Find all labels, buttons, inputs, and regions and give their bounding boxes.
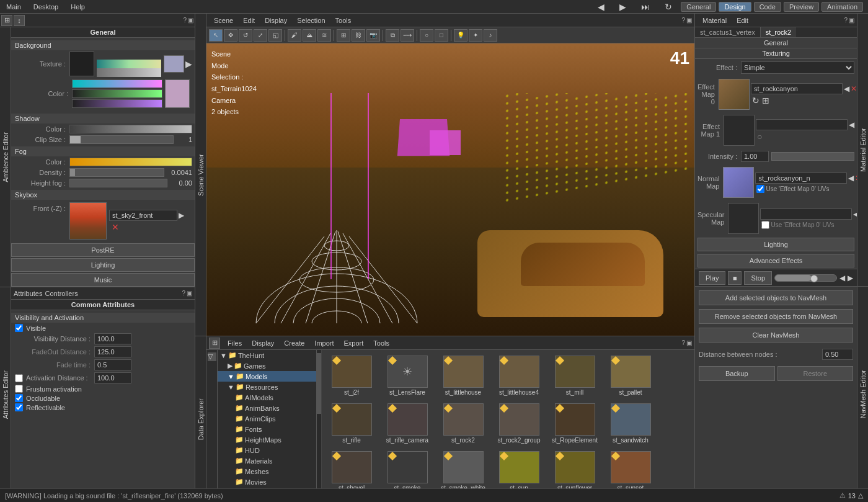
texture-expand[interactable]: ▶ [185,59,192,69]
visible-cb-row[interactable]: Visible [15,324,191,332]
navmesh-clear-btn[interactable]: Clear NavMesh [699,328,853,343]
tool-nav[interactable]: ⧉ [386,29,399,42]
mat-tab-cactus[interactable]: st_cactus1_vertex [695,27,761,37]
speed-thumb[interactable] [810,275,818,282]
tree-hud[interactable]: 📁HUD [218,445,316,455]
effect-select[interactable]: Simple [741,61,854,74]
tab-general[interactable]: General [681,2,716,12]
occludable-cb-row[interactable]: Occludable [15,394,191,402]
tool-box[interactable]: □ [435,29,448,42]
tool-light[interactable]: 💡 [454,29,467,42]
vis-dist-input[interactable] [94,333,131,344]
tab-design[interactable]: Design [719,2,751,12]
height-fog-slider[interactable] [69,179,167,187]
menu-desktop[interactable]: Desktop [27,3,64,11]
de-menu-files[interactable]: Files [223,339,247,347]
skybox-arrow[interactable]: ▶ [179,211,184,220]
scene-menu-tools[interactable]: Tools [330,17,356,24]
de-filter-icon[interactable]: ▽ [208,352,216,361]
effect-map0-input[interactable] [751,83,843,94]
intensity-slider[interactable] [771,152,854,161]
file-st_pallet[interactable]: st_pallet [603,352,658,399]
tree-movies[interactable]: 📁Movies [218,477,316,487]
tool-fx[interactable]: ✦ [469,29,482,42]
tree-meshes[interactable]: 📁Meshes [218,466,316,477]
texture-swatch[interactable] [164,55,184,73]
advanced-effects-btn[interactable]: Advanced Effects [698,254,854,267]
tool-path[interactable]: ⟿ [401,29,414,42]
file-st_mill[interactable]: st_mill [547,352,602,399]
tool-u1[interactable]: ◱ [268,29,282,42]
nav-refresh-icon[interactable]: ↻ [658,2,678,12]
scene-menu-selection[interactable]: Selection [292,17,330,24]
navmesh-backup-btn[interactable]: Backup [699,366,775,381]
file-st_smoke[interactable]: st_smoke [380,448,435,495]
tool-grass[interactable]: ≋ [317,29,331,42]
normal-map-uv-cb[interactable] [756,185,764,193]
file-st_smoke_white[interactable]: st_smoke_white [436,448,490,495]
lighting-btn[interactable]: Lighting [11,258,195,272]
nav-home-icon[interactable]: ⏭ [635,2,656,12]
effect-map0-arrow[interactable]: ◀ [844,84,849,93]
tree-animclips[interactable]: 📁AnimClips [218,413,316,424]
pause-btn[interactable]: ■ [728,271,742,285]
menu-help[interactable]: Help [64,3,91,11]
specular-map-uv-cb[interactable] [761,221,769,229]
fade-time-input[interactable] [94,359,131,370]
nav-prev-icon[interactable]: ◀ [591,2,611,12]
fade-out-input[interactable] [94,346,131,357]
effect-map0-delete[interactable]: ✕ [851,84,857,93]
tool-cam[interactable]: 📷 [366,29,380,42]
scene-menu-edit[interactable]: Edit [238,17,260,24]
skybox-section[interactable]: Skybox [11,190,195,200]
mat-tab-rock2[interactable]: st_rock2 [761,27,797,37]
de-close[interactable]: ▣ [686,339,692,346]
mat-help[interactable]: ? [844,17,848,24]
scene-help[interactable]: ? [681,17,685,24]
left-close[interactable]: ▣ [188,17,193,24]
tool-link[interactable]: ⛓ [352,29,365,42]
file-st_shovel[interactable]: st_shovel [324,448,379,495]
menu-main[interactable]: Main [0,3,27,11]
navmesh-restore-btn[interactable]: Restore [777,366,854,381]
normal-map-arrow[interactable]: ◀ [848,174,854,182]
de-menu-import[interactable]: Import [309,339,339,347]
intensity-input[interactable] [741,151,769,162]
de-menu-display[interactable]: Display [247,339,279,347]
tree-animbanks[interactable]: 📁AnimBanks [218,403,316,413]
tool-rotate[interactable]: ↺ [239,29,252,42]
lighting-section-btn[interactable]: Lighting [698,238,854,251]
tree-thehunt[interactable]: ▼📁TheHunt [218,350,316,361]
tool-scale[interactable]: ⤢ [254,29,267,42]
file-st_sunset[interactable]: st_sunset [603,448,658,495]
visibility-section[interactable]: Visibility and Activation [11,313,195,323]
frustum-cb-row[interactable]: Frustum activation [15,385,191,393]
navmesh-remove-btn[interactable]: Remove selected objects from NavMesh [699,309,853,324]
background-section[interactable]: Background [11,40,195,50]
attr-close[interactable]: ▣ [187,290,192,297]
file-st_j2f[interactable]: st_j2f [324,352,379,399]
shadow-section[interactable]: Shadow [11,114,195,123]
tab-code[interactable]: Code [754,2,781,12]
tree-heightmaps[interactable]: 📁HeightMaps [218,434,316,445]
effect-map1-thumb[interactable] [724,115,755,146]
skybox-input[interactable] [109,210,177,221]
effect-map1-input[interactable] [756,119,848,130]
tab-preview[interactable]: Preview [784,2,819,12]
de-menu-export[interactable]: Export [339,339,369,347]
tool-move[interactable]: ✥ [224,29,237,42]
reflectivable-checkbox[interactable] [15,403,23,411]
tree-aimodels[interactable]: 📁AIModels [218,392,316,403]
frustum-checkbox[interactable] [15,385,23,393]
effect-map0-icon1[interactable]: ↻ [752,96,760,105]
tool-group[interactable]: ⊞ [337,29,350,42]
color-swatch[interactable] [165,79,190,108]
tool-select[interactable]: ↖ [209,29,223,42]
file-st_sunflower[interactable]: st_sunflower [547,448,602,495]
activation-checkbox[interactable] [15,374,23,382]
file-st_rock2[interactable]: st_rock2 [436,400,490,447]
effect-map0-thumb[interactable] [719,79,750,110]
file-st_sun[interactable]: st_sun [492,448,546,495]
effect-map1-icon1[interactable]: ○ [757,132,762,141]
scene-menu-display[interactable]: Display [260,17,292,24]
